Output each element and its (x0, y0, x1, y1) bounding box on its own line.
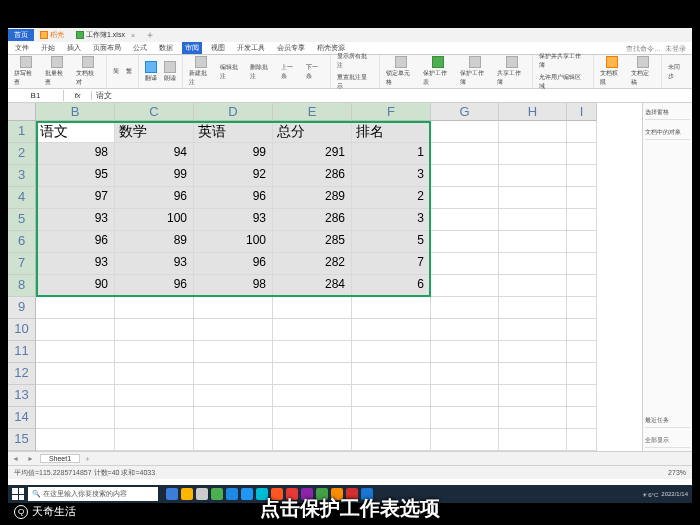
row-header[interactable]: 4 (8, 187, 36, 209)
cell[interactable]: 282 (273, 253, 352, 275)
col-header-I[interactable]: I (567, 103, 597, 121)
cell[interactable] (352, 319, 431, 341)
ribbon-tab-vip[interactable]: 会员专享 (274, 42, 308, 54)
editcomment-button[interactable]: 编辑批注 (218, 62, 246, 82)
cell[interactable] (499, 407, 567, 429)
zoom-level[interactable]: 273% (668, 469, 686, 476)
cell[interactable]: 100 (115, 209, 194, 231)
newcomment-button[interactable]: 新建批注 (187, 55, 215, 88)
traditional-button[interactable]: 繁 (124, 66, 134, 77)
cell[interactable] (273, 363, 352, 385)
cell[interactable] (567, 209, 597, 231)
cell[interactable]: 284 (273, 275, 352, 297)
cell[interactable]: 96 (36, 231, 115, 253)
cell[interactable] (273, 319, 352, 341)
delcomment-button[interactable]: 删除批注 (248, 62, 276, 82)
cell[interactable] (431, 165, 499, 187)
col-header-E[interactable]: E (273, 103, 352, 121)
cell[interactable]: 286 (273, 165, 352, 187)
cell[interactable] (431, 121, 499, 143)
cell[interactable]: 89 (115, 231, 194, 253)
cell[interactable] (115, 407, 194, 429)
prevcomment-button[interactable]: 上一条 (279, 62, 301, 82)
cell[interactable]: 总分 (273, 121, 352, 143)
cell[interactable]: 96 (194, 187, 273, 209)
row-header[interactable]: 15 (8, 429, 36, 451)
cell[interactable] (567, 165, 597, 187)
cell[interactable] (499, 429, 567, 451)
row-header[interactable]: 9 (8, 297, 36, 319)
cell[interactable]: 数学 (115, 121, 194, 143)
cell[interactable]: 5 (352, 231, 431, 253)
proofread-button[interactable]: 文档校对 (74, 55, 102, 88)
cell[interactable] (499, 143, 567, 165)
title-tab-file[interactable]: 工作簿1.xlsx× (70, 29, 141, 41)
close-icon[interactable]: × (131, 32, 135, 39)
cell[interactable] (567, 143, 597, 165)
cell[interactable] (194, 385, 273, 407)
cell[interactable] (352, 429, 431, 451)
cell[interactable]: 语文 (36, 121, 115, 143)
ribbon-tab-data[interactable]: 数据 (156, 42, 176, 54)
cell[interactable] (352, 297, 431, 319)
cell[interactable] (567, 231, 597, 253)
fx-area[interactable]: fx (64, 91, 92, 100)
row-header[interactable]: 12 (8, 363, 36, 385)
cell[interactable]: 289 (273, 187, 352, 209)
cell[interactable] (115, 297, 194, 319)
batchcheck-button[interactable]: 批量检查 (43, 55, 71, 88)
cell[interactable] (499, 341, 567, 363)
cell[interactable] (115, 363, 194, 385)
cell[interactable] (115, 385, 194, 407)
cell[interactable] (567, 121, 597, 143)
sidepanel-showall[interactable]: 全部显示 (645, 434, 690, 448)
row-header[interactable]: 1 (8, 121, 36, 143)
new-tab-button[interactable]: ＋ (141, 28, 159, 42)
nextcomment-button[interactable]: 下一条 (304, 62, 326, 82)
ribbon-tab-layout[interactable]: 页面布局 (90, 42, 124, 54)
col-header-G[interactable]: G (431, 103, 499, 121)
cell[interactable] (431, 407, 499, 429)
ribbon-tab-start[interactable]: 开始 (38, 42, 58, 54)
col-header-H[interactable]: H (499, 103, 567, 121)
cell[interactable] (499, 231, 567, 253)
protectsheet-button[interactable]: 保护工作表 (421, 55, 455, 88)
cell[interactable] (499, 297, 567, 319)
col-header-B[interactable]: B (36, 103, 115, 121)
cell[interactable] (499, 275, 567, 297)
ribbon-tab-view[interactable]: 视图 (208, 42, 228, 54)
cell[interactable]: 96 (115, 275, 194, 297)
cell[interactable]: 排名 (352, 121, 431, 143)
row-header[interactable]: 5 (8, 209, 36, 231)
cell[interactable] (499, 187, 567, 209)
cell[interactable]: 99 (115, 165, 194, 187)
cell[interactable]: 98 (36, 143, 115, 165)
cell[interactable] (352, 363, 431, 385)
row-header[interactable]: 2 (8, 143, 36, 165)
cell[interactable]: 3 (352, 165, 431, 187)
showall-button[interactable]: 显示所有批注 (335, 51, 375, 71)
cell[interactable] (194, 407, 273, 429)
cell[interactable] (36, 385, 115, 407)
lockcell-button[interactable]: 锁定单元格 (384, 55, 418, 88)
cell[interactable] (194, 363, 273, 385)
cell[interactable] (352, 407, 431, 429)
cell[interactable]: 2 (352, 187, 431, 209)
cell[interactable]: 97 (36, 187, 115, 209)
row-header[interactable]: 14 (8, 407, 36, 429)
cell[interactable] (499, 165, 567, 187)
cell[interactable] (273, 385, 352, 407)
cell[interactable] (567, 297, 597, 319)
cell[interactable] (499, 253, 567, 275)
cell[interactable] (431, 429, 499, 451)
cell[interactable] (431, 385, 499, 407)
protectbook-button[interactable]: 保护工作簿 (458, 55, 492, 88)
cell[interactable] (194, 319, 273, 341)
cell[interactable] (431, 275, 499, 297)
row-header[interactable]: 6 (8, 231, 36, 253)
ribbon-tab-review[interactable]: 审阅 (182, 42, 202, 54)
sharebook-button[interactable]: 共享工作簿 (495, 55, 529, 88)
formula-input[interactable]: 语文 (92, 89, 692, 102)
spellcheck-button[interactable]: 拼写检查 (12, 55, 40, 88)
cell[interactable]: 93 (194, 209, 273, 231)
